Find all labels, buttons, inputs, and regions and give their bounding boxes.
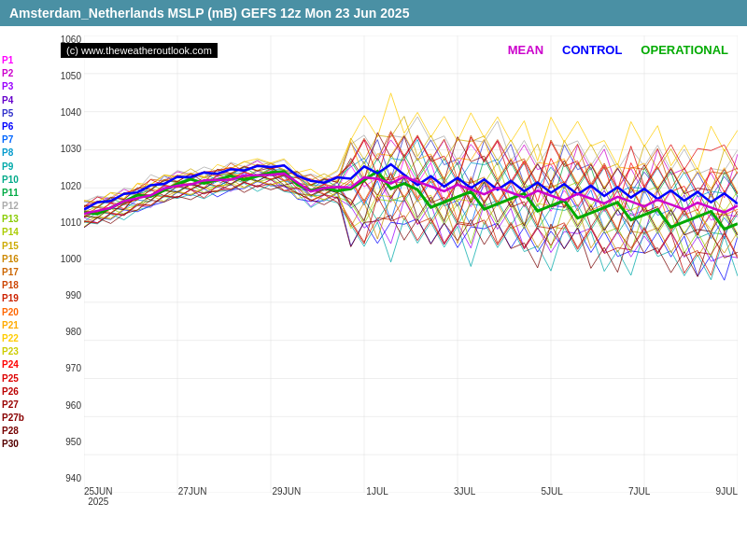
legend-item: P24 [2, 358, 49, 371]
main-container: P1P2P3P4P5P6P7P8P9P10P11P12P13P14P15P16P… [0, 26, 747, 549]
y-axis-label: 1010 [61, 218, 81, 228]
y-axis-label: 970 [65, 364, 81, 373]
legend-item: P19 [2, 292, 49, 305]
y-axis-label: 1020 [61, 182, 81, 191]
legend-item: P27 [2, 399, 49, 412]
y-axis-label: 1000 [61, 255, 81, 264]
legend-item: P13 [2, 213, 49, 226]
x-axis-label: 9JUL [716, 486, 738, 497]
y-axis-label: 1050 [61, 72, 81, 81]
watermark: (c) www.theweatheroutlook.com [61, 43, 218, 58]
legend-item: P3 [2, 80, 49, 93]
legend-item: P5 [2, 107, 49, 120]
y-axis-label: 940 [65, 474, 81, 483]
x-axis-label: 1JUL [366, 486, 388, 497]
legend-item: P15 [2, 240, 49, 253]
x-axis-label: 25JUN2025 [84, 486, 113, 507]
legend-item: P18 [2, 279, 49, 292]
legend-item: P8 [2, 147, 49, 160]
chart-container: (c) www.theweatheroutlook.com MEAN CONTR… [51, 35, 738, 511]
legend-item: P10 [2, 174, 49, 187]
y-axis-label: 1040 [61, 108, 81, 118]
y-axis-label: 980 [65, 328, 81, 337]
legend-item: P23 [2, 345, 49, 358]
legend-item: P12 [2, 200, 49, 213]
legend-item: P30 [2, 438, 49, 451]
legend-item: P17 [2, 266, 49, 279]
control-legend: CONTROL [562, 43, 622, 57]
y-axis: 1060105010401030102010101000990980970960… [51, 35, 84, 483]
legend-item: P28 [2, 425, 49, 438]
page-title: Amsterdam_Netherlands MSLP (mB) GEFS 12z… [0, 0, 747, 26]
legend-item: P4 [2, 94, 49, 107]
y-axis-label: 960 [65, 401, 81, 411]
legend-item: P27b [2, 412, 49, 425]
legend-item: P21 [2, 319, 49, 332]
legend-top: MEAN CONTROL OPERATIONAL [508, 43, 728, 57]
legend-item: P6 [2, 120, 49, 133]
x-axis: 25JUN202527JUN29JUN1JUL3JUL5JUL7JUL9JUL [84, 483, 738, 511]
x-axis-label: 3JUL [454, 486, 475, 497]
chart-area: (c) www.theweatheroutlook.com MEAN CONTR… [51, 26, 747, 549]
legend-item: P2 [2, 67, 49, 80]
chart-svg [84, 35, 738, 493]
x-axis-label: 7JUL [628, 486, 650, 497]
legend-item: P25 [2, 372, 49, 385]
legend-item: P26 [2, 385, 49, 399]
x-axis-label: 5JUL [541, 486, 562, 497]
legend-item: P22 [2, 332, 49, 345]
legend-item: P16 [2, 253, 49, 266]
legend-item: P9 [2, 161, 49, 174]
y-axis-label: 950 [65, 438, 81, 447]
x-axis-label: 29JUN [273, 486, 302, 497]
x-axis-label: 27JUN [178, 486, 207, 497]
y-axis-label: 990 [65, 291, 81, 301]
y-axis-label: 1030 [61, 145, 81, 154]
legend-item: P7 [2, 133, 49, 147]
legend-panel: P1P2P3P4P5P6P7P8P9P10P11P12P13P14P15P16P… [0, 26, 51, 549]
legend-item: P20 [2, 306, 49, 319]
legend-item: P11 [2, 187, 49, 200]
legend-item: P1 [2, 54, 49, 67]
operational-legend: OPERATIONAL [641, 43, 728, 57]
mean-legend: MEAN [508, 43, 543, 57]
legend-item: P14 [2, 226, 49, 239]
